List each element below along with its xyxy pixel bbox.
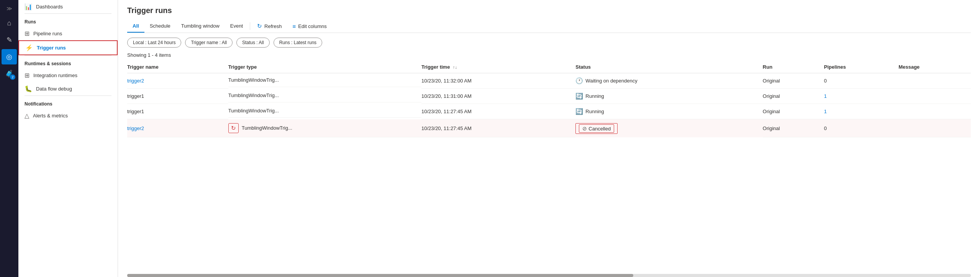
run-cell: Original <box>763 89 824 104</box>
refresh-button[interactable]: ↻ Refresh <box>252 20 287 33</box>
expand-icon[interactable]: ≫ <box>4 3 15 14</box>
trigger-runs-icon: ⚡ <box>25 44 33 51</box>
sidebar-item-pipeline-runs[interactable]: ⊞ Pipeline runs <box>18 27 118 40</box>
tabs-bar: All Schedule Tumbling window Event ↻ Ref… <box>127 20 971 33</box>
runtimes-section-label: Runtimes & sessions <box>18 56 118 69</box>
trigger-name-link[interactable]: trigger2 <box>127 125 144 131</box>
col-run: Run <box>763 61 824 73</box>
pipelines-cell: 0 <box>824 73 899 89</box>
sidebar-integration-runtimes-label: Integration runtimes <box>33 73 77 78</box>
tab-event[interactable]: Event <box>225 20 248 33</box>
sidebar-alerts-label: Alerts & metrics <box>33 113 68 119</box>
table-container: Trigger name Trigger type Trigger time ↑… <box>118 61 980 274</box>
pipelines-cell[interactable]: 1 <box>824 89 899 104</box>
table-row: trigger2TumblingWindowTrig...10/23/20, 1… <box>127 73 971 89</box>
sidebar-item-integration-runtimes[interactable]: ⊞ Integration runtimes <box>18 69 118 82</box>
status-cell: 🕐Waiting on dependency <box>575 73 762 89</box>
status-cell: ⊘Cancelled <box>575 123 618 134</box>
rail-edit-button[interactable]: ✎ <box>2 32 17 48</box>
sidebar-trigger-runs-label: Trigger runs <box>37 45 66 51</box>
trigger-time-cell: 10/23/20, 11:31:00 AM <box>421 89 575 104</box>
page-title: Trigger runs <box>127 6 971 15</box>
col-trigger-time[interactable]: Trigger time ↑↓ <box>421 61 575 73</box>
rail-monitor-button[interactable]: ◎ <box>2 49 17 64</box>
status-text: Running <box>585 93 604 99</box>
sidebar-item-alerts[interactable]: △ Alerts & metrics <box>18 109 118 122</box>
runs-filter-pill[interactable]: Runs : Latest runs <box>274 38 322 48</box>
run-cell: Original <box>763 119 824 137</box>
message-cell <box>898 104 971 119</box>
table-row: trigger1TumblingWindowTrig...10/23/20, 1… <box>127 104 971 119</box>
status-cell: 🔄Running <box>575 89 762 104</box>
refresh-label: Refresh <box>264 23 282 29</box>
sort-icon: ↑↓ <box>453 65 457 69</box>
bottom-scrollbar[interactable] <box>127 274 971 277</box>
trigger-type-cell: ↻TumblingWindowTrig... <box>228 119 421 137</box>
edit-columns-icon: ≡ <box>293 23 296 30</box>
trigger-name-link[interactable]: trigger2 <box>127 78 144 84</box>
pipelines-cell[interactable]: 1 <box>824 104 899 119</box>
edit-columns-button[interactable]: ≡ Edit columns <box>287 20 332 33</box>
message-cell <box>898 119 971 137</box>
dashboards-icon: 📊 <box>25 3 32 10</box>
pipelines-cell: 0 <box>824 119 899 137</box>
trigger-name-cell: trigger1 <box>127 89 228 104</box>
message-cell <box>898 89 971 104</box>
tab-schedule[interactable]: Schedule <box>144 20 176 33</box>
table-header-row: Trigger name Trigger type Trigger time ↑… <box>127 61 971 73</box>
run-cell: Original <box>763 73 824 89</box>
trigger-type-cell: TumblingWindowTrig... <box>228 89 421 102</box>
filter-bar: Local : Last 24 hours Trigger name : All… <box>118 33 980 52</box>
message-cell <box>898 73 971 89</box>
status-filter-pill[interactable]: Status : All <box>236 38 270 48</box>
sidebar-item-dashboards[interactable]: 📊 Dashboards <box>18 0 118 13</box>
scrollbar-thumb[interactable] <box>127 274 633 277</box>
items-count: Showing 1 - 4 items <box>118 52 980 61</box>
alerts-icon: △ <box>25 112 29 119</box>
pipeline-runs-icon: ⊞ <box>25 30 29 37</box>
trigger-filter-pill[interactable]: Trigger name : All <box>185 38 233 48</box>
status-text: Waiting on dependency <box>585 78 637 84</box>
trigger-name-cell: trigger1 <box>127 104 228 119</box>
cancelled-icon: ⊘ <box>582 125 587 132</box>
edit-columns-label: Edit columns <box>298 23 326 29</box>
trigger-time-cell: 10/23/20, 11:27:45 AM <box>421 119 575 137</box>
col-message: Message <box>898 61 971 73</box>
sidebar-item-data-flow-debug[interactable]: 🐛 Data flow debug <box>18 82 118 96</box>
trigger-type-cell: TumblingWindowTrig... <box>228 73 421 87</box>
rail-deploy-button[interactable]: 🧳 2 <box>2 66 17 81</box>
rerun-icon[interactable]: ↻ <box>228 123 239 133</box>
sidebar-item-trigger-runs[interactable]: ⚡ Trigger runs <box>18 40 118 55</box>
status-wrapper: 🔄Running <box>575 92 758 100</box>
tab-tumbling[interactable]: Tumbling window <box>176 20 225 33</box>
col-pipelines: Pipelines <box>824 61 899 73</box>
sidebar-data-flow-debug-label: Data flow debug <box>36 86 72 92</box>
tab-all[interactable]: All <box>127 20 144 33</box>
sidebar-pipeline-runs-label: Pipeline runs <box>33 31 62 36</box>
status-wrapper: 🕐Waiting on dependency <box>575 77 758 84</box>
table-row: trigger2↻TumblingWindowTrig...10/23/20, … <box>127 119 971 137</box>
notifications-section-label: Notifications <box>18 96 118 109</box>
page-header: Trigger runs All Schedule Tumbling windo… <box>118 0 980 33</box>
trigger-runs-table: Trigger name Trigger type Trigger time ↑… <box>127 61 971 137</box>
status-cell: 🔄Running <box>575 104 762 119</box>
status-icon: 🕐 <box>575 77 583 84</box>
status-icon: 🔄 <box>575 108 583 115</box>
icon-rail: ≫ ⌂ ✎ ◎ 🧳 2 <box>0 0 18 277</box>
deploy-badge: 2 <box>10 74 15 80</box>
rail-home-button[interactable]: ⌂ <box>2 15 17 31</box>
status-wrapper: 🔄Running <box>575 108 758 115</box>
main-content: Trigger runs All Schedule Tumbling windo… <box>118 0 980 277</box>
trigger-type-cell: TumblingWindowTrig... <box>228 104 421 118</box>
time-filter-pill[interactable]: Local : Last 24 hours <box>127 38 181 48</box>
col-trigger-name: Trigger name <box>127 61 228 73</box>
col-status: Status <box>575 61 762 73</box>
integration-runtimes-icon: ⊞ <box>25 72 29 79</box>
tab-divider <box>250 22 250 30</box>
sidebar-dashboards-label: Dashboards <box>36 4 63 10</box>
refresh-icon: ↻ <box>257 23 262 30</box>
runs-section-label: Runs <box>18 14 118 27</box>
trigger-time-cell: 10/23/20, 11:32:00 AM <box>421 73 575 89</box>
run-cell: Original <box>763 104 824 119</box>
table-body: trigger2TumblingWindowTrig...10/23/20, 1… <box>127 73 971 137</box>
